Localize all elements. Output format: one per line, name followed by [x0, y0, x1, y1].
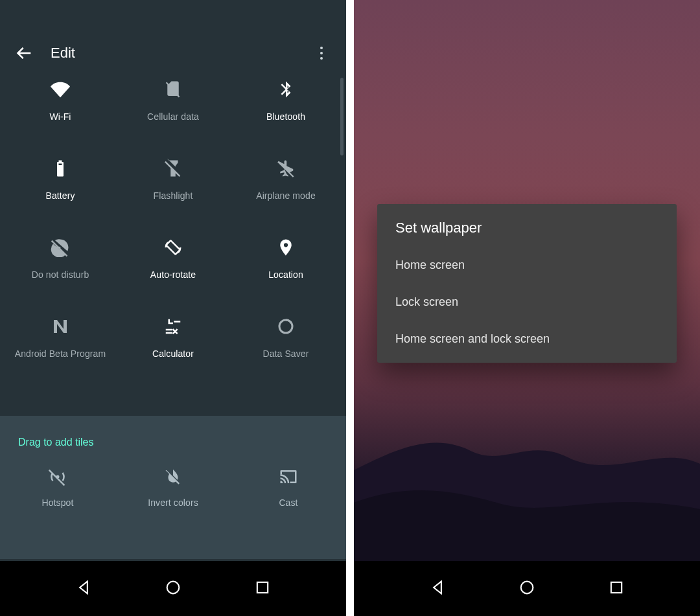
tile-label: Calculator — [152, 348, 194, 359]
nav-home-icon[interactable] — [518, 578, 536, 599]
qs-tiles-grid: Wi-Fi Cellular data Bluetooth — [0, 78, 346, 359]
nav-home-icon[interactable] — [164, 578, 182, 599]
tile-label: Cellular data — [147, 111, 199, 122]
drag-to-add-label: Drag to add tiles — [18, 437, 94, 448]
cast-icon — [277, 465, 300, 488]
tile-do-not-disturb[interactable]: Do not disturb — [4, 236, 117, 280]
nav-recents-icon[interactable] — [253, 578, 272, 599]
tile-data-saver[interactable]: Data Saver — [229, 315, 342, 359]
tile-battery[interactable]: Battery — [4, 157, 117, 201]
calculator-icon — [161, 315, 185, 338]
data-saver-icon — [274, 315, 298, 338]
android-navbar — [354, 561, 700, 616]
set-wallpaper-dialog: Set wallpaper Home screen Lock screen Ho… — [377, 204, 677, 363]
back-arrow-icon[interactable] — [16, 44, 34, 62]
svg-rect-2 — [166, 332, 172, 334]
bluetooth-icon — [274, 78, 298, 101]
qs-available-tiles-grid: Hotspot Invert colors Cast — [0, 465, 346, 508]
tile-label: Do not disturb — [32, 269, 89, 280]
tile-cellular-data[interactable]: Cellular data — [117, 78, 229, 122]
tile-label: Location — [268, 269, 303, 280]
flashlight-off-icon — [161, 157, 185, 180]
quick-settings-panel: Edit Wi-Fi Cellular data — [0, 0, 346, 616]
tile-label: Cast — [279, 497, 298, 508]
tile-invert-colors[interactable]: Invert colors — [115, 465, 231, 508]
tile-label: Invert colors — [148, 497, 198, 508]
phone-right-wallpaper-picker: Set wallpaper Home screen Lock screen Ho… — [354, 0, 700, 616]
page-title: Edit — [51, 45, 75, 62]
battery-icon — [49, 157, 72, 180]
tile-label: Auto-rotate — [150, 269, 196, 280]
svg-rect-7 — [611, 582, 622, 592]
tile-label: Android Beta Program — [15, 348, 106, 359]
wifi-icon — [49, 78, 72, 101]
invert-colors-off-icon — [161, 465, 185, 488]
no-sim-icon — [161, 78, 185, 101]
dialog-title: Set wallpaper — [377, 204, 677, 247]
tile-flashlight[interactable]: Flashlight — [117, 157, 229, 201]
svg-rect-1 — [166, 329, 172, 331]
android-n-icon — [49, 315, 72, 338]
overflow-menu-icon[interactable] — [312, 47, 331, 60]
option-home-and-lock-screen[interactable]: Home screen and lock screen — [377, 321, 677, 363]
option-lock-screen[interactable]: Lock screen — [377, 284, 677, 321]
nav-back-icon[interactable] — [75, 578, 93, 599]
tile-label: Battery — [45, 190, 75, 201]
tile-bluetooth[interactable]: Bluetooth — [229, 78, 342, 122]
tile-label: Wi-Fi — [49, 111, 71, 122]
tile-label: Data Saver — [262, 348, 309, 359]
nav-recents-icon[interactable] — [607, 578, 625, 599]
tile-location[interactable]: Location — [229, 236, 342, 280]
dnd-off-icon — [49, 236, 72, 259]
tile-label: Airplane mode — [256, 190, 316, 201]
tile-hotspot[interactable]: Hotspot — [0, 465, 115, 508]
android-navbar — [0, 561, 346, 616]
tile-airplane-mode[interactable]: Airplane mode — [229, 157, 342, 201]
tile-wifi[interactable]: Wi-Fi — [4, 78, 117, 122]
tile-android-beta-program[interactable]: Android Beta Program — [4, 315, 117, 359]
option-home-screen[interactable]: Home screen — [377, 247, 677, 284]
airplane-off-icon — [274, 157, 298, 180]
hotspot-off-icon — [46, 465, 69, 488]
svg-rect-0 — [174, 321, 180, 323]
phone-left-quick-settings-edit: Edit Wi-Fi Cellular data — [0, 0, 346, 616]
svg-point-4 — [167, 581, 180, 593]
svg-point-6 — [521, 581, 533, 593]
tile-calculator[interactable]: Calculator — [117, 315, 229, 359]
tile-auto-rotate[interactable]: Auto-rotate — [117, 236, 229, 280]
location-icon — [274, 236, 298, 259]
tile-cast[interactable]: Cast — [231, 465, 346, 508]
svg-rect-5 — [257, 582, 268, 592]
wallpaper-mountains — [354, 393, 700, 561]
tile-label: Flashlight — [154, 190, 193, 201]
nav-back-icon[interactable] — [428, 578, 447, 599]
qs-edit-header: Edit — [0, 35, 346, 71]
tile-label: Hotspot — [42, 497, 74, 508]
tile-label: Bluetooth — [266, 111, 305, 122]
auto-rotate-icon — [161, 236, 185, 259]
